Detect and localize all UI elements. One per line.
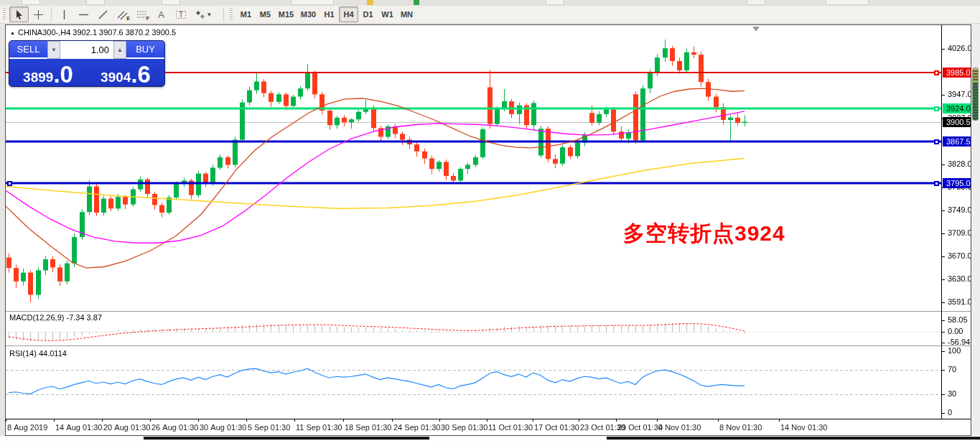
bottom-panel-edge-segment	[144, 437, 429, 440]
cursor-icon	[14, 9, 24, 20]
chart-window: ▲CHINA300-,H4 3902.1 3907.6 3870.2 3900.…	[5, 24, 971, 436]
sell-button[interactable]: SELL	[9, 41, 47, 59]
text-tool-button[interactable]: A	[151, 6, 171, 22]
trendline-icon	[98, 9, 108, 20]
cursor-tool-button[interactable]	[9, 6, 29, 22]
text-icon: A	[156, 9, 167, 20]
toolbar-separator	[51, 7, 52, 22]
volume-increase-button[interactable]: ▲	[113, 41, 126, 59]
crosshair-tool-button[interactable]	[29, 6, 48, 22]
timeframe-grip[interactable]	[230, 8, 233, 21]
trendline-tool-button[interactable]	[93, 6, 113, 22]
shapes-icon	[195, 9, 206, 20]
toolbar-fragment	[747, 0, 765, 5]
fibonacci-f-sub: F	[146, 16, 149, 21]
fibonacci-tool-button[interactable]: F	[132, 6, 151, 22]
timeframe-d1-button[interactable]: D1	[358, 6, 378, 22]
chart-shift-marker-icon[interactable]	[752, 27, 760, 32]
toolbar-fragment	[86, 0, 105, 5]
rsi-indicator-label: RSI(14) 44.0114	[9, 349, 67, 358]
sell-price-display[interactable]: 3899 .0	[9, 59, 87, 86]
timeframe-m1-button[interactable]: M1	[236, 6, 256, 22]
timeframe-h4-button[interactable]: H4	[339, 6, 358, 22]
toolbar-fragment-green-icon	[414, 0, 419, 5]
timeframe-h1-button[interactable]: H1	[319, 6, 339, 22]
toolbar-fragment	[546, 0, 564, 5]
buy-price-display[interactable]: 3904 .6	[87, 59, 164, 86]
right-scrollbar-thumb[interactable]	[972, 68, 979, 121]
equidistant-channel-tool-button[interactable]: E	[113, 6, 132, 22]
sell-price-main: 3899	[23, 70, 53, 84]
timeframe-m30-button[interactable]: M30	[297, 6, 319, 22]
timeframe-mn-button[interactable]: MN	[397, 6, 416, 22]
horizontal-line-tool-button[interactable]	[74, 6, 93, 22]
toolbar-fragment	[22, 0, 40, 5]
text-label-icon: T	[175, 9, 187, 20]
timeframe-m15-button[interactable]: M15	[275, 6, 297, 22]
crosshair-icon	[33, 9, 44, 20]
drawing-toolbar: E F A T ▼ M1 M5 M15 M30 H1 H4 D1 W1 MN	[0, 6, 980, 24]
buy-button[interactable]: BUY	[126, 41, 164, 59]
volume-decrease-button[interactable]: ▼	[47, 41, 60, 59]
timeframe-m5-button[interactable]: M5	[256, 6, 275, 22]
toolbar-fragment	[162, 0, 180, 5]
symbol-ohlc-text: CHINA300-,H4 3902.1 3907.6 3870.2 3900.5	[18, 28, 176, 37]
bottom-panel-edge-segment	[607, 437, 980, 440]
arrows-shapes-tool-button[interactable]: ▼	[190, 6, 216, 22]
vertical-line-tool-button[interactable]	[55, 6, 74, 22]
chart-text-annotation[interactable]: 多空转折点3924	[623, 219, 785, 249]
bottom-window-edge	[0, 436, 980, 441]
volume-input[interactable]: 1.00	[60, 41, 113, 59]
svg-text:T: T	[178, 11, 182, 19]
buy-price-main: 3904	[101, 70, 131, 84]
toolbar-fragment-yellow-icon	[367, 0, 373, 5]
svg-text:A: A	[158, 9, 164, 20]
one-click-trading-panel: SELL ▼ 1.00 ▲ BUY 3899 .0 3904 .6	[9, 40, 165, 87]
channel-e-sub: E	[126, 16, 130, 21]
buy-price-fraction: .6	[131, 65, 151, 84]
symbol-triangle-icon: ▲	[10, 30, 15, 35]
top-cutoff-toolbar-strip	[0, 0, 980, 6]
macd-indicator-label: MACD(12,26,9) -7.34 3.87	[9, 313, 102, 322]
sell-price-fraction: .0	[53, 65, 73, 84]
vertical-line-icon	[59, 9, 70, 20]
timeframe-w1-button[interactable]: W1	[378, 6, 397, 22]
horizontal-line-icon	[78, 9, 89, 20]
toolbar-fragment	[291, 0, 334, 5]
toolbar-separator	[223, 7, 224, 22]
toolbar-fragment	[826, 0, 869, 5]
text-label-tool-button[interactable]: T	[171, 6, 190, 22]
shapes-dropdown-caret[interactable]: ▼	[207, 11, 213, 18]
symbol-ohlc-header: ▲CHINA300-,H4 3902.1 3907.6 3870.2 3900.…	[10, 28, 176, 37]
right-scrollbar-track[interactable]	[971, 24, 980, 436]
toolbar-grip[interactable]	[3, 8, 6, 21]
